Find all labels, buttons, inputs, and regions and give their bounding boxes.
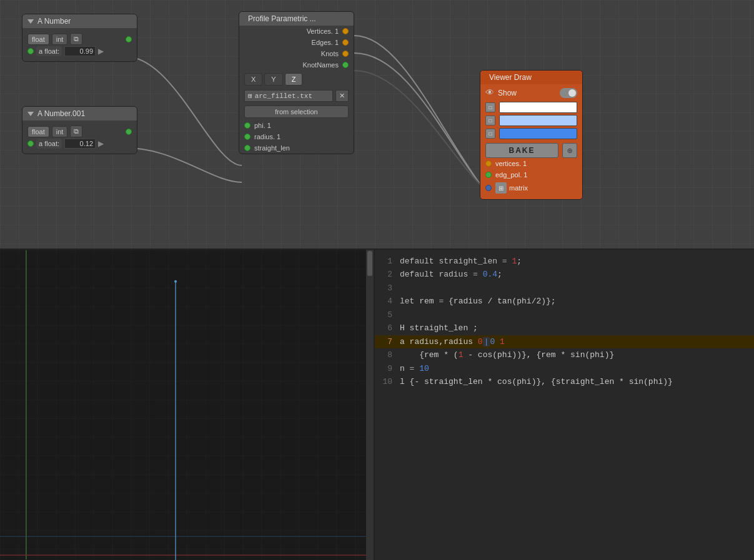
int-button-001[interactable]: int — [52, 126, 68, 137]
line-num-8: 8 — [380, 348, 392, 361]
collapse-icon — [27, 19, 34, 24]
float-value-input[interactable] — [64, 46, 96, 56]
show-toggle[interactable] — [560, 88, 577, 98]
profile-title: Profile Parametric ... — [248, 14, 316, 23]
code-line-4: 4 let rem = {radius / tan(phi/2)}; — [375, 295, 754, 308]
code-line-1: 1 default straight_len = 1; — [375, 255, 754, 268]
target-icon[interactable]: ⊕ — [562, 143, 577, 158]
knotnames-label: KnotNames — [303, 61, 339, 69]
code-panel[interactable]: 1 default straight_len = 1; 2 default ra… — [375, 250, 754, 560]
int-button[interactable]: int — [52, 34, 68, 45]
input-socket-float-001 — [27, 140, 34, 147]
input-straight-len: straight_len — [239, 142, 354, 154]
x-button[interactable]: X — [244, 73, 262, 86]
file-row[interactable]: ⊞ arc_fillet.txt ✕ — [239, 88, 354, 104]
code-line-10: 10 l {- straight_len * cos(phi)}, {strai… — [375, 375, 754, 388]
node-a-number-title: A Number — [37, 17, 71, 26]
node-profile-parametric[interactable]: Profile Parametric ... Vertices. 1 Edges… — [239, 11, 354, 154]
float-button[interactable]: float — [27, 34, 49, 45]
radius-label: radius. 1 — [254, 133, 280, 140]
cube-icon-3: ◻ — [485, 129, 495, 139]
line-content-8: {rem * (1 - cos(phi))}, {rem * sin(phi)} — [400, 348, 614, 361]
float-value-input-001[interactable] — [64, 139, 96, 149]
node-editor[interactable]: A Number float int ⧉ a float: ▶ A Number… — [0, 0, 754, 250]
node-viewer-draw[interactable]: Viewer Draw 👁 Show ◻ ◻ ◻ — [480, 70, 583, 200]
line-content-6: H straight_len ; — [400, 322, 478, 335]
viewer-edg-pol-label: edg_pol. 1 — [495, 171, 527, 179]
svg-point-5 — [174, 280, 177, 283]
viewer-title: Viewer Draw — [489, 73, 532, 82]
file-clear-button[interactable]: ✕ — [335, 90, 349, 102]
output-edges: Edges. 1 — [239, 37, 354, 48]
output-vertices: Vertices. 1 — [239, 26, 354, 37]
show-label: Show — [498, 89, 556, 97]
viewer-matrix-socket — [485, 185, 492, 191]
profile-header: Profile Parametric ... — [239, 12, 354, 26]
svg-rect-1 — [0, 250, 374, 559]
viewport-panel[interactable] — [0, 250, 375, 560]
line-content-1: default straight_len = 1; — [400, 255, 522, 268]
scroll-thumb[interactable] — [367, 251, 372, 276]
line-num-3: 3 — [380, 282, 392, 295]
output-socket-float — [126, 36, 132, 42]
viewer-input-matrix: ⊞ matrix — [485, 180, 577, 195]
viewer-vertices-label: vertices. 1 — [495, 160, 527, 167]
viewport-svg — [0, 250, 374, 560]
y-button[interactable]: Y — [264, 73, 282, 86]
line-num-1: 1 — [380, 255, 392, 268]
viewport-scrollbar[interactable] — [366, 250, 374, 560]
node-a-number-001-header: A Number.001 — [22, 107, 137, 120]
viewer-vertices-socket — [485, 160, 492, 167]
file-name: arc_fillet.txt — [255, 92, 312, 100]
line-content-7: a radius,radius 0|0 1 — [400, 335, 505, 348]
radius-socket — [244, 134, 251, 140]
color-light-blue[interactable] — [499, 115, 577, 126]
bake-button[interactable]: BAKE — [485, 143, 558, 158]
copy-button-001[interactable]: ⧉ — [70, 125, 82, 137]
output-socket-float-001 — [126, 129, 132, 135]
output-knots: Knots — [239, 48, 354, 59]
file-input[interactable]: ⊞ arc_fillet.txt — [244, 90, 333, 102]
float-label-001: a float: — [36, 139, 62, 149]
node-a-number[interactable]: A Number float int ⧉ a float: ▶ — [22, 14, 137, 62]
straight-len-socket — [244, 145, 251, 151]
viewer-header: Viewer Draw — [480, 71, 582, 84]
code-line-5: 5 — [375, 308, 754, 322]
bake-row[interactable]: BAKE ⊕ — [485, 143, 577, 158]
color-blue[interactable] — [499, 128, 577, 139]
phi-socket — [244, 122, 251, 129]
line-content-10: l {- straight_len * cos(phi)}, {straight… — [400, 375, 673, 388]
color-swatch-1[interactable]: ◻ — [485, 102, 577, 113]
vertices-label: Vertices. 1 — [307, 27, 339, 35]
vertices-socket — [342, 28, 349, 34]
copy-button[interactable]: ⧉ — [70, 33, 82, 45]
matrix-row-content: ⊞ matrix — [495, 182, 528, 194]
node-a-number-001[interactable]: A Number.001 float int ⧉ a float: ▶ — [22, 106, 137, 154]
line-num-10: 10 — [380, 375, 392, 388]
line-num-5: 5 — [380, 308, 392, 322]
code-line-9: 9 n = 10 — [375, 362, 754, 375]
color-swatch-2[interactable]: ◻ — [485, 115, 577, 126]
color-white[interactable] — [499, 102, 577, 113]
collapse-icon-001 — [27, 112, 34, 116]
phi-label: phi. 1 — [254, 122, 271, 129]
color-swatch-3[interactable]: ◻ — [485, 128, 577, 139]
show-row[interactable]: 👁 Show — [485, 88, 577, 98]
node-a-number-header: A Number — [22, 14, 137, 28]
viewer-body: 👁 Show ◻ ◻ ◻ BAKE ⊕ — [480, 84, 582, 199]
viewer-input-edg-pol: edg_pol. 1 — [485, 169, 577, 180]
line-num-4: 4 — [380, 295, 392, 308]
cube-icon-2: ◻ — [485, 115, 495, 125]
float-label: a float: — [36, 46, 62, 56]
line-content-2: default radius = 0.4; — [400, 268, 502, 281]
output-knotnames: KnotNames — [239, 59, 354, 71]
xyz-selector[interactable]: X Y Z — [239, 71, 354, 88]
input-socket-float — [27, 48, 34, 54]
line-num-6: 6 — [380, 322, 392, 335]
z-button[interactable]: Z — [285, 73, 303, 86]
node-a-number-001-title: A Number.001 — [37, 109, 85, 118]
edges-socket — [342, 39, 349, 46]
float-button-001[interactable]: float — [27, 126, 49, 137]
line-content-4: let rem = {radius / tan(phi/2)}; — [400, 295, 556, 308]
from-selection-button[interactable]: from selection — [244, 106, 349, 118]
